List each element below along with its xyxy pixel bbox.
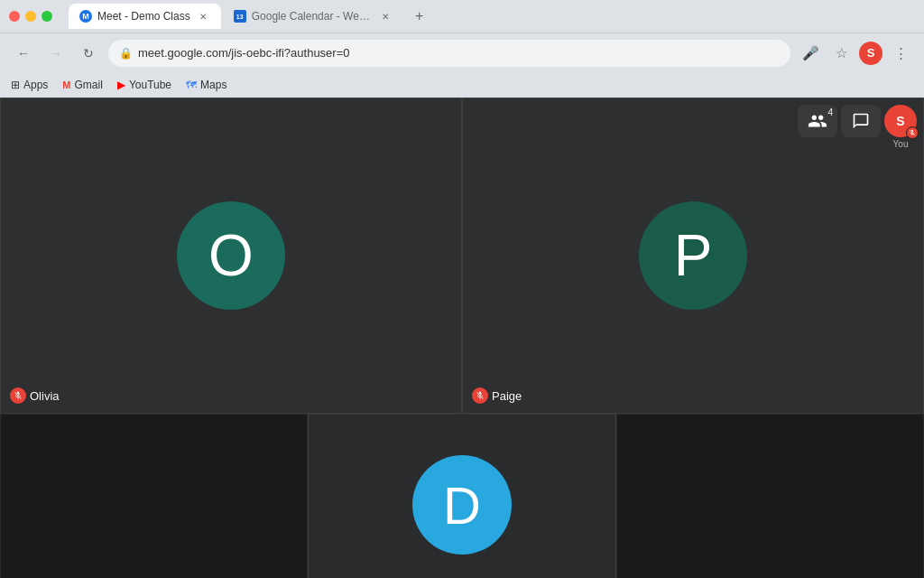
address-bar[interactable]: 🔒 meet.google.com/jis-oebc-ifi?authuser=… bbox=[108, 40, 790, 67]
new-tab-button[interactable]: + bbox=[407, 4, 432, 29]
apps-label: Apps bbox=[23, 79, 48, 91]
address-text: meet.google.com/jis-oebc-ifi?authuser=0 bbox=[138, 46, 780, 60]
close-button[interactable] bbox=[9, 11, 20, 22]
video-cell-right-empty bbox=[616, 414, 924, 578]
user-mic-muted-icon bbox=[906, 126, 919, 139]
chat-icon bbox=[852, 112, 870, 130]
video-cell-left-empty bbox=[0, 414, 308, 578]
chat-button[interactable] bbox=[841, 105, 881, 137]
tab-bar: M Meet - Demo Class ✕ 13 Google Calendar… bbox=[69, 4, 915, 29]
tab-calendar[interactable]: 13 Google Calendar - Week of M... ✕ bbox=[223, 4, 403, 29]
bookmark-gmail[interactable]: M Gmail bbox=[62, 79, 103, 91]
paige-mic-muted-icon bbox=[472, 387, 488, 404]
calendar-favicon: 13 bbox=[234, 10, 246, 23]
paige-initial: P bbox=[674, 222, 713, 289]
people-icon bbox=[808, 111, 827, 131]
olivia-name: Olivia bbox=[30, 389, 60, 403]
maps-label: Maps bbox=[200, 79, 226, 91]
bookmark-maps[interactable]: 🗺 Maps bbox=[186, 79, 226, 91]
video-cell-olivia: O Olivia bbox=[0, 98, 462, 414]
olivia-mic-muted-icon bbox=[10, 387, 26, 404]
participant-count: 4 bbox=[827, 107, 833, 117]
browser-chrome: M Meet - Demo Class ✕ 13 Google Calendar… bbox=[0, 0, 924, 98]
menu-icon[interactable]: ⋮ bbox=[888, 41, 913, 66]
profile-icon[interactable]: S bbox=[859, 42, 882, 65]
tab-calendar-close[interactable]: ✕ bbox=[378, 9, 393, 23]
tab-meet-close[interactable]: ✕ bbox=[196, 9, 210, 23]
bookmark-youtube[interactable]: ▶ YouTube bbox=[117, 79, 171, 91]
tab-calendar-title: Google Calendar - Week of M... bbox=[252, 10, 373, 23]
paige-name-bar: Paige bbox=[472, 387, 522, 404]
current-user-avatar[interactable]: S bbox=[884, 105, 917, 137]
maps-icon: 🗺 bbox=[186, 79, 197, 91]
participants-button[interactable]: 4 bbox=[798, 105, 837, 137]
youtube-label: YouTube bbox=[129, 79, 171, 91]
dana-avatar: D bbox=[412, 455, 512, 555]
apps-grid-icon: ⊞ bbox=[11, 79, 20, 91]
youtube-icon: ▶ bbox=[117, 79, 125, 91]
meet-topbar-area: 4 S You bbox=[790, 98, 924, 156]
olivia-initial: O bbox=[208, 222, 254, 289]
bookmark-apps[interactable]: ⊞ Apps bbox=[11, 79, 48, 91]
meet-content: 4 S You O Olivia bbox=[0, 98, 924, 578]
current-user-label: You bbox=[893, 139, 909, 149]
nav-right: 🎤 ☆ S ⋮ bbox=[798, 41, 913, 66]
dana-initial: D bbox=[443, 475, 481, 536]
olivia-avatar: O bbox=[177, 201, 285, 310]
bookmarks-bar: ⊞ Apps M Gmail ▶ YouTube 🗺 Maps bbox=[0, 72, 924, 98]
nav-bar: ← → ↻ 🔒 meet.google.com/jis-oebc-ifi?aut… bbox=[0, 33, 924, 72]
video-grid-top: O Olivia P Paige bbox=[0, 98, 924, 414]
tab-meet-title: Meet - Demo Class bbox=[97, 10, 190, 23]
gmail-label: Gmail bbox=[75, 79, 103, 91]
video-grid-bottom: D bbox=[0, 414, 924, 578]
olivia-name-bar: Olivia bbox=[10, 387, 60, 404]
gmail-icon: M bbox=[62, 79, 70, 90]
traffic-lights bbox=[9, 11, 52, 22]
forward-button[interactable]: → bbox=[43, 41, 69, 66]
current-user-container: S You bbox=[884, 105, 917, 149]
microphone-icon[interactable]: 🎤 bbox=[798, 41, 823, 66]
maximize-button[interactable] bbox=[42, 11, 52, 22]
minimize-button[interactable] bbox=[25, 11, 36, 22]
video-cell-dana: D bbox=[308, 414, 615, 578]
paige-name: Paige bbox=[492, 389, 522, 403]
meet-favicon: M bbox=[79, 10, 92, 23]
title-bar: M Meet - Demo Class ✕ 13 Google Calendar… bbox=[0, 0, 924, 33]
refresh-button[interactable]: ↻ bbox=[76, 41, 101, 66]
lock-icon: 🔒 bbox=[119, 47, 133, 60]
paige-avatar: P bbox=[639, 201, 747, 310]
back-button[interactable]: ← bbox=[11, 41, 36, 66]
tab-meet[interactable]: M Meet - Demo Class ✕ bbox=[69, 4, 221, 29]
bookmark-star-icon[interactable]: ☆ bbox=[828, 41, 854, 66]
current-user-initial: S bbox=[896, 114, 904, 128]
